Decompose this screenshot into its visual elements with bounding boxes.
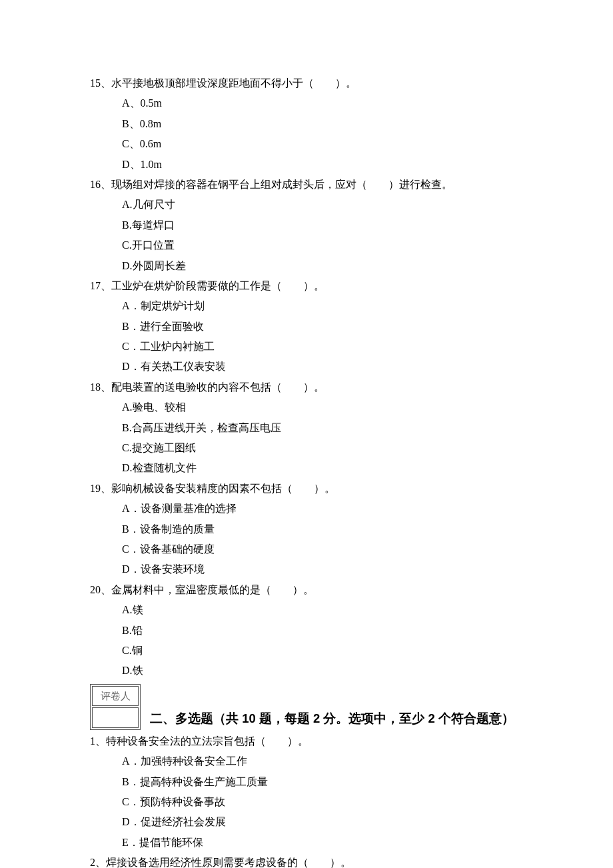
question-text: 现场组对焊接的容器在钢平台上组对成封头后，应对（ ）进行检查。 xyxy=(111,179,452,190)
option-a: A．加强特种设备安全工作 xyxy=(122,751,523,771)
option-b: B．设备制造的质量 xyxy=(122,519,523,539)
option-a: A.验电、较相 xyxy=(122,397,523,417)
question-stem: 15、水平接地极顶部埋设深度距地面不得小于（ ）。 xyxy=(90,73,523,93)
options: A.几何尺寸 B.每道焊口 C.开口位置 D.外圆周长差 xyxy=(90,195,523,276)
option-b: B.合高压进线开关，检查高压电压 xyxy=(122,418,523,438)
option-d: D.铁 xyxy=(122,661,523,681)
question-text: 水平接地极顶部埋设深度距地面不得小于（ ）。 xyxy=(111,77,356,89)
question-stem: 16、现场组对焊接的容器在钢平台上组对成封头后，应对（ ）进行检查。 xyxy=(90,175,523,195)
option-d: D．设备安装环境 xyxy=(122,559,523,579)
options: A．制定烘炉计划 B．进行全面验收 C．工业炉内衬施工 D．有关热工仪表安装 xyxy=(90,296,523,377)
question-text: 特种设备安全法的立法宗旨包括（ ）。 xyxy=(106,735,308,747)
option-d: D．促进经济社会发展 xyxy=(122,812,523,832)
section-2-title: 二、多选题（共 10 题，每题 2 分。选项中，至少 2 个符合题意） xyxy=(150,707,514,730)
single-choice-block: 15、水平接地极顶部埋设深度距地面不得小于（ ）。 A、0.5m B、0.8m … xyxy=(90,73,523,681)
multi-question-2: 2、焊接设备选用经济性原则需要考虑设备的（ ）。 A．提高生产率 B．减低成本 … xyxy=(90,853,523,868)
option-d: D、1.0m xyxy=(122,155,523,175)
question-15: 15、水平接地极顶部埋设深度距地面不得小于（ ）。 A、0.5m B、0.8m … xyxy=(90,73,523,175)
question-text: 金属材料中，室温密度最低的是（ ）。 xyxy=(111,584,314,595)
option-a: A、0.5m xyxy=(122,93,523,113)
options: A.验电、较相 B.合高压进线开关，检查高压电压 C.提交施工图纸 D.检查随机… xyxy=(90,397,523,479)
option-e: E．提倡节能环保 xyxy=(122,833,523,853)
option-b: B.每道焊口 xyxy=(122,215,523,235)
section-2-header: 评卷人 二、多选题（共 10 题，每题 2 分。选项中，至少 2 个符合题意） xyxy=(90,681,523,731)
question-16: 16、现场组对焊接的容器在钢平台上组对成封头后，应对（ ）进行检查。 A.几何尺… xyxy=(90,175,523,276)
options: A．设备测量基准的选择 B．设备制造的质量 C．设备基础的硬度 D．设备安装环境 xyxy=(90,499,523,580)
option-d: D.外圆周长差 xyxy=(122,256,523,276)
option-c: C．工业炉内衬施工 xyxy=(122,337,523,357)
question-number: 15、 xyxy=(90,77,111,89)
question-18: 18、配电装置的送电验收的内容不包括（ ）。 A.验电、较相 B.合高压进线开关… xyxy=(90,377,523,479)
option-c: C.铜 xyxy=(122,641,523,661)
question-stem: 17、工业炉在烘炉阶段需要做的工作是（ ）。 xyxy=(90,276,523,296)
option-c: C．设备基础的硬度 xyxy=(122,539,523,559)
multi-question-1: 1、特种设备安全法的立法宗旨包括（ ）。 A．加强特种设备安全工作 B．提高特种… xyxy=(90,731,523,853)
option-b: B．提高特种设备生产施工质量 xyxy=(122,772,523,792)
grader-box: 评卷人 xyxy=(90,684,141,730)
question-number: 20、 xyxy=(90,584,111,595)
question-stem: 20、金属材料中，室温密度最低的是（ ）。 xyxy=(90,580,523,600)
question-number: 16、 xyxy=(90,179,111,190)
option-c: C．预防特种设备事故 xyxy=(122,792,523,812)
question-number: 18、 xyxy=(90,381,111,393)
option-b: B．进行全面验收 xyxy=(122,317,523,337)
option-c: C、0.6m xyxy=(122,134,523,154)
option-a: A.几何尺寸 xyxy=(122,195,523,215)
options: A、0.5m B、0.8m C、0.6m D、1.0m xyxy=(90,93,523,175)
question-number: 1、 xyxy=(90,735,106,747)
option-c: C.提交施工图纸 xyxy=(122,438,523,458)
multi-choice-block: 1、特种设备安全法的立法宗旨包括（ ）。 A．加强特种设备安全工作 B．提高特种… xyxy=(90,731,523,868)
question-text: 焊接设备选用经济性原则需要考虑设备的（ ）。 xyxy=(106,857,351,868)
question-text: 影响机械设备安装精度的因素不包括（ ）。 xyxy=(111,483,335,494)
question-17: 17、工业炉在烘炉阶段需要做的工作是（ ）。 A．制定烘炉计划 B．进行全面验收… xyxy=(90,276,523,377)
question-stem: 1、特种设备安全法的立法宗旨包括（ ）。 xyxy=(90,731,523,751)
option-a: A．制定烘炉计划 xyxy=(122,296,523,316)
option-c: C.开口位置 xyxy=(122,235,523,255)
question-number: 2、 xyxy=(90,857,106,868)
question-number: 19、 xyxy=(90,483,111,494)
question-stem: 19、影响机械设备安装精度的因素不包括（ ）。 xyxy=(90,479,523,499)
option-b: B.铅 xyxy=(122,621,523,641)
option-b: B、0.8m xyxy=(122,114,523,134)
options: A．加强特种设备安全工作 B．提高特种设备生产施工质量 C．预防特种设备事故 D… xyxy=(90,751,523,853)
option-d: D．有关热工仪表安装 xyxy=(122,357,523,377)
question-stem: 2、焊接设备选用经济性原则需要考虑设备的（ ）。 xyxy=(90,853,523,868)
grader-blank xyxy=(92,707,139,728)
question-19: 19、影响机械设备安装精度的因素不包括（ ）。 A．设备测量基准的选择 B．设备… xyxy=(90,479,523,580)
question-number: 17、 xyxy=(90,280,111,291)
question-text: 配电装置的送电验收的内容不包括（ ）。 xyxy=(111,381,324,393)
question-text: 工业炉在烘炉阶段需要做的工作是（ ）。 xyxy=(111,280,324,291)
question-20: 20、金属材料中，室温密度最低的是（ ）。 A.镁 B.铅 C.铜 D.铁 xyxy=(90,580,523,681)
options: A.镁 B.铅 C.铜 D.铁 xyxy=(90,600,523,681)
option-a: A.镁 xyxy=(122,600,523,620)
option-a: A．设备测量基准的选择 xyxy=(122,499,523,519)
grader-label: 评卷人 xyxy=(92,686,139,707)
option-d: D.检查随机文件 xyxy=(122,458,523,478)
question-stem: 18、配电装置的送电验收的内容不包括（ ）。 xyxy=(90,377,523,397)
